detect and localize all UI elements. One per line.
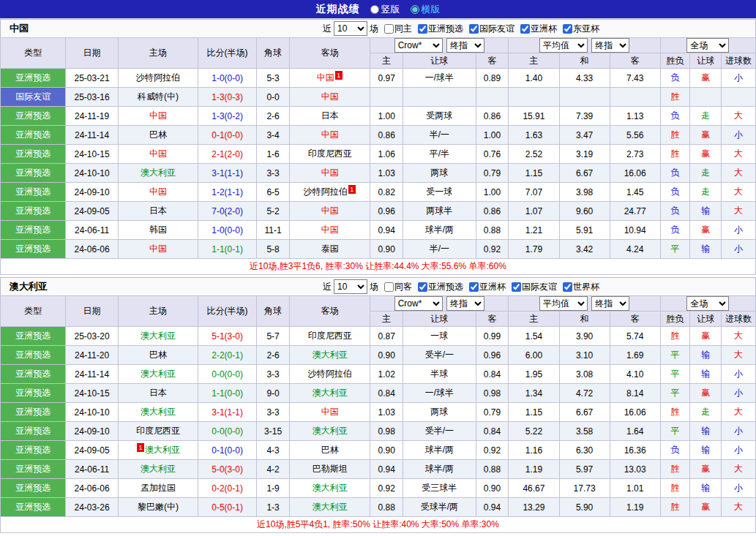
date-cell: 24-06-06 <box>66 240 118 259</box>
avg-draw-cell: 5.90 <box>559 498 610 517</box>
col-header-home: 主场 <box>118 296 198 327</box>
avg-draw-cell: 3.58 <box>559 422 610 441</box>
layout-option-vertical[interactable]: 竖版 <box>370 3 400 16</box>
league-option[interactable]: 国际友谊 <box>512 281 557 293</box>
avg-type-select[interactable]: 终指 <box>591 38 629 53</box>
score-cell: 1-2(1-1) <box>198 183 256 202</box>
match-row: 亚洲预选24-09-05日本7-0(2-0)5-2中国0.96两球半0.861.… <box>1 202 756 221</box>
team-name: 中国 <box>321 407 339 417</box>
sub-header-avg-home: 主 <box>509 312 559 327</box>
league-option[interactable]: 亚洲预选 <box>418 23 463 35</box>
league-option[interactable]: 国际友谊 <box>469 23 514 35</box>
league-checkbox[interactable] <box>418 24 427 34</box>
odds-away-cell: 0.98 <box>476 384 509 403</box>
goals-result-cell: 小 <box>722 240 756 259</box>
league-label: 世界杯 <box>573 281 599 293</box>
bookmaker-select[interactable]: Crow* <box>394 296 443 311</box>
score-cell: 0-1(0-0) <box>198 126 256 145</box>
average-select[interactable]: 平均值 <box>539 38 588 53</box>
avg-away-cell: 16.36 <box>610 441 660 460</box>
league-option[interactable]: 东亚杯 <box>563 23 599 35</box>
recent-count-select[interactable]: 10 <box>334 279 367 294</box>
avg-type-select[interactable]: 终指 <box>591 296 629 311</box>
match-type-cell: 亚洲预选 <box>1 164 66 183</box>
filter-controls: 近 10 场 同主 亚洲预选 国际友谊 亚洲杯 东亚杯 <box>323 21 599 36</box>
odds-type-select[interactable]: 终指 <box>446 38 484 53</box>
odds-home-cell: 0.92 <box>370 479 403 498</box>
handicap-cell: 球半/两 <box>403 441 476 460</box>
home-team-cell: 中国 <box>118 107 198 126</box>
team-name: 澳大利亚 <box>145 445 180 455</box>
match-row: 国际友谊25-03-16科威特(中)1-3(0-3)0-0中国胜 <box>1 88 756 107</box>
corner-cell: 3-4 <box>256 126 290 145</box>
league-checkbox[interactable] <box>469 282 479 292</box>
team-name: 印度尼西亚 <box>136 426 180 436</box>
corner-cell: 3-3 <box>256 403 290 422</box>
team-name: 巴勒斯坦 <box>312 464 348 474</box>
odds-type-select[interactable]: 终指 <box>446 296 484 311</box>
league-checkbox[interactable] <box>418 282 427 292</box>
league-checkbox[interactable] <box>563 24 572 34</box>
avg-away-cell: 1.69 <box>610 346 660 365</box>
result-cell: 胜 <box>660 126 690 145</box>
avg-home-cell: 1.07 <box>509 202 559 221</box>
layout-radio-horizontal[interactable] <box>411 5 419 14</box>
col-header-away: 客场 <box>290 296 370 327</box>
layout-option-horizontal[interactable]: 横版 <box>411 3 441 16</box>
handicap-cell: 一球 <box>403 327 476 346</box>
odds-home-cell: 0.90 <box>370 240 403 259</box>
league-option[interactable]: 世界杯 <box>563 281 599 293</box>
league-option[interactable]: 亚洲杯 <box>520 23 557 35</box>
goals-result-cell: 小 <box>722 69 756 88</box>
team-name: 日本 <box>149 205 167 216</box>
bookmaker-select[interactable]: Crow* <box>394 38 443 53</box>
avg-draw-cell: 4.33 <box>559 69 610 88</box>
handicap-cell: 球半/两 <box>403 460 476 479</box>
goals-result-cell: 小 <box>722 126 756 145</box>
match-type-cell: 亚洲预选 <box>1 145 66 164</box>
layout-radio-vertical[interactable] <box>370 5 379 14</box>
same-venue-option[interactable]: 同客 <box>384 281 412 293</box>
league-checkbox[interactable] <box>512 282 521 292</box>
corner-cell: 2-6 <box>256 107 290 126</box>
avg-selects-cell: 平均值 终指 <box>509 296 660 312</box>
goals-result-cell: 大 <box>722 202 756 221</box>
league-option[interactable]: 亚洲杯 <box>469 281 506 293</box>
sub-header-result: 胜负 <box>660 53 690 69</box>
date-cell: 24-11-20 <box>66 346 118 365</box>
recent-count-select[interactable]: 10 <box>334 21 367 36</box>
league-option[interactable]: 亚洲预选 <box>418 281 463 293</box>
avg-away-cell: 16.06 <box>610 164 660 183</box>
scope-select[interactable]: 全场 <box>686 296 729 311</box>
match-row: 亚洲预选24-06-06孟加拉国0-2(0-1)1-9澳大利亚0.92受三球半0… <box>1 479 756 498</box>
date-cell: 24-09-05 <box>66 202 118 221</box>
same-venue-checkbox[interactable] <box>384 282 394 292</box>
score-cell: 0-2(0-1) <box>198 479 256 498</box>
score-cell: 1-0(0-0) <box>198 221 256 240</box>
handicap-cell: 两球 <box>403 164 476 183</box>
team-name: 日本 <box>149 388 167 398</box>
match-type-cell: 亚洲预选 <box>1 346 66 365</box>
league-checkbox[interactable] <box>520 24 530 34</box>
team-name: 澳大利亚 <box>312 388 348 398</box>
corner-cell: 4-2 <box>256 460 290 479</box>
avg-away-cell: 4.10 <box>610 365 660 384</box>
avg-away-cell: 2.73 <box>610 145 660 164</box>
section-header: 中国 近 10 场 同主 亚洲预选 国际友谊 亚洲杯 东亚 <box>0 19 756 37</box>
odds-home-cell: 0.97 <box>370 69 403 88</box>
average-select[interactable]: 平均值 <box>539 296 588 311</box>
avg-draw-cell: 3.10 <box>559 346 610 365</box>
same-venue-option[interactable]: 同主 <box>384 23 412 35</box>
goals-result-cell: 小 <box>722 384 756 403</box>
same-venue-checkbox[interactable] <box>384 24 394 34</box>
scope-select[interactable]: 全场 <box>686 38 729 53</box>
date-cell: 25-03-20 <box>66 327 118 346</box>
handicap-result-cell: 赢 <box>690 126 722 145</box>
sub-header-handicap-result: 让球 <box>690 53 722 69</box>
league-checkbox[interactable] <box>563 282 572 292</box>
league-checkbox[interactable] <box>469 24 479 34</box>
goals-result-cell: 大 <box>722 346 756 365</box>
result-cell: 负 <box>660 164 690 183</box>
date-cell: 24-11-19 <box>66 107 118 126</box>
match-row: 亚洲预选24-09-051澳大利亚0-1(0-0)4-3巴林0.90球半/两0.… <box>1 441 756 460</box>
